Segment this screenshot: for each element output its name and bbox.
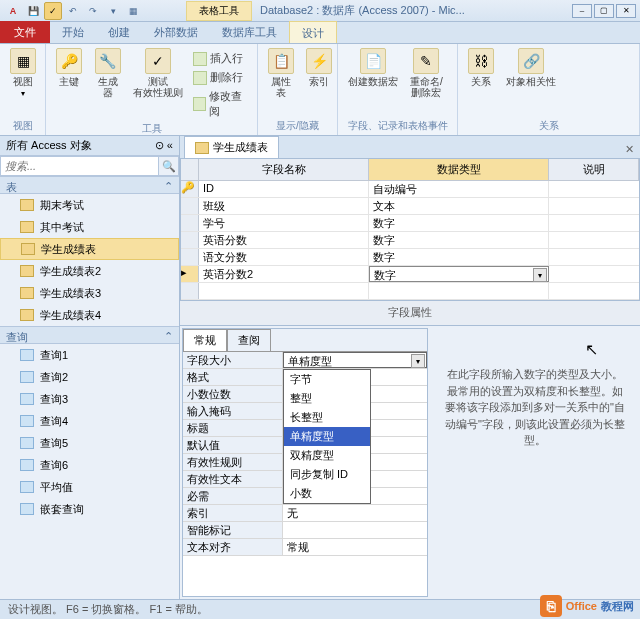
dropdown-option[interactable]: 整型 <box>284 389 370 408</box>
data-type-cell[interactable]: 数字 <box>369 249 549 265</box>
ribbon-tab[interactable]: 数据库工具 <box>210 21 289 43</box>
nav-item[interactable]: 嵌套查询 <box>0 498 179 520</box>
redo-icon[interactable]: ↷ <box>84 2 102 20</box>
nav-item[interactable]: 学生成绩表3 <box>0 282 179 304</box>
create-macro-button[interactable]: 📄 创建数据宏 <box>344 46 402 89</box>
property-row[interactable]: 索引无 <box>183 505 427 522</box>
dropdown-option[interactable]: 字节 <box>284 370 370 389</box>
app-icon[interactable]: A <box>4 2 22 20</box>
grid-row[interactable]: 班级文本 <box>181 198 639 215</box>
primary-key-button[interactable]: 🔑 主键 <box>52 46 86 89</box>
tab-general[interactable]: 常规 <box>183 329 227 351</box>
nav-item[interactable]: 查询2 <box>0 366 179 388</box>
nav-header[interactable]: 所有 Access 对象 ⊙ « <box>0 136 179 156</box>
data-type-cell[interactable]: 文本 <box>369 198 549 214</box>
search-icon[interactable]: 🔍 <box>158 157 178 175</box>
file-tab[interactable]: 文件 <box>0 21 50 43</box>
field-name-cell[interactable]: 英语分数2 <box>199 266 369 282</box>
nav-group-header[interactable]: 查询⌃ <box>0 326 179 344</box>
property-value[interactable] <box>283 522 427 538</box>
description-cell[interactable] <box>549 249 639 265</box>
ribbon-tab[interactable]: 创建 <box>96 21 142 43</box>
row-selector[interactable] <box>181 232 199 248</box>
tab-lookup[interactable]: 查阅 <box>227 329 271 351</box>
indexes-button[interactable]: ⚡ 索引 <box>302 46 336 89</box>
data-type-cell[interactable]: 自动编号 <box>369 181 549 197</box>
row-selector[interactable] <box>181 198 199 214</box>
property-sheet-button[interactable]: 📋 属性表 <box>264 46 298 100</box>
data-type-cell[interactable]: 数字 <box>369 215 549 231</box>
empty-row[interactable] <box>181 283 639 300</box>
row-selector[interactable]: 🔑 <box>181 181 199 197</box>
close-tab-button[interactable]: ✕ <box>619 141 640 158</box>
rename-macro-button[interactable]: ✎ 重命名/ 删除宏 <box>406 46 447 100</box>
field-name-cell[interactable]: 语文分数 <box>199 249 369 265</box>
search-input[interactable] <box>1 157 158 175</box>
nav-item[interactable]: 查询4 <box>0 410 179 432</box>
nav-item[interactable]: 查询3 <box>0 388 179 410</box>
property-value[interactable]: 单精度型▾ <box>283 352 427 368</box>
field-name-cell[interactable]: 学号 <box>199 215 369 231</box>
nav-group-header[interactable]: 表⌃ <box>0 176 179 194</box>
col-header[interactable]: 说明 <box>549 159 639 180</box>
ribbon-tab-design[interactable]: 设计 <box>289 21 337 43</box>
description-cell[interactable] <box>549 232 639 248</box>
field-size-dropdown[interactable]: 字节整型长整型单精度型双精度型同步复制 ID小数 <box>283 369 371 504</box>
test-rules-button[interactable]: ✓ 测试 有效性规则 <box>129 46 187 100</box>
col-header[interactable]: 数据类型 <box>369 159 549 180</box>
description-cell[interactable] <box>549 266 639 282</box>
dropdown-option[interactable]: 同步复制 ID <box>284 465 370 484</box>
dropdown-option[interactable]: 双精度型 <box>284 446 370 465</box>
dropdown-button[interactable]: ▾ <box>533 268 547 282</box>
field-name-cell[interactable]: 英语分数 <box>199 232 369 248</box>
grid-row[interactable]: 学号数字 <box>181 215 639 232</box>
row-selector[interactable] <box>181 249 199 265</box>
property-row[interactable]: 字段大小单精度型▾ <box>183 352 427 369</box>
row-selector[interactable] <box>181 215 199 231</box>
dropdown-button[interactable]: ▾ <box>411 354 425 368</box>
description-cell[interactable] <box>549 215 639 231</box>
nav-item[interactable]: 查询5 <box>0 432 179 454</box>
document-tab[interactable]: 学生成绩表 <box>184 136 279 158</box>
qat-button[interactable]: ▾ <box>104 2 122 20</box>
property-value[interactable]: 常规 <box>283 539 427 555</box>
close-button[interactable]: ✕ <box>616 4 636 18</box>
data-type-cell[interactable]: 数字 <box>369 232 549 248</box>
nav-item[interactable]: 期末考试 <box>0 194 179 216</box>
dropdown-option[interactable]: 小数 <box>284 484 370 503</box>
property-row[interactable]: 智能标记 <box>183 522 427 539</box>
property-value[interactable]: 无 <box>283 505 427 521</box>
grid-row[interactable]: 语文分数数字 <box>181 249 639 266</box>
grid-row[interactable]: ▸英语分数2数字▾ <box>181 266 639 283</box>
row-selector[interactable]: ▸ <box>181 266 199 282</box>
grid-row[interactable]: 英语分数数字 <box>181 232 639 249</box>
col-header[interactable]: 字段名称 <box>199 159 369 180</box>
relationships-button[interactable]: ⛓ 关系 <box>464 46 498 89</box>
save-icon[interactable]: 💾 <box>24 2 42 20</box>
minimize-button[interactable]: – <box>572 4 592 18</box>
modify-lookup-button[interactable]: 修改查阅 <box>191 88 251 120</box>
ribbon-tab[interactable]: 开始 <box>50 21 96 43</box>
grid-row[interactable]: 🔑ID自动编号 <box>181 181 639 198</box>
nav-item[interactable]: 学生成绩表4 <box>0 304 179 326</box>
dropdown-option[interactable]: 长整型 <box>284 408 370 427</box>
field-name-cell[interactable]: ID <box>199 181 369 197</box>
nav-item[interactable]: 查询1 <box>0 344 179 366</box>
undo-icon[interactable]: ↶ <box>64 2 82 20</box>
nav-item[interactable]: 平均值 <box>0 476 179 498</box>
builder-button[interactable]: 🔧 生成器 <box>90 46 125 100</box>
view-button[interactable]: ▦ 视图 ▾ <box>6 46 40 100</box>
ribbon-tab[interactable]: 外部数据 <box>142 21 210 43</box>
chevron-down-icon[interactable]: ⊙ « <box>155 139 173 152</box>
nav-item[interactable]: 学生成绩表2 <box>0 260 179 282</box>
maximize-button[interactable]: ▢ <box>594 4 614 18</box>
description-cell[interactable] <box>549 181 639 197</box>
qat-button[interactable]: ✓ <box>44 2 62 20</box>
dependencies-button[interactable]: 🔗 对象相关性 <box>502 46 560 89</box>
data-type-cell[interactable]: 数字▾ <box>369 266 549 282</box>
delete-row-button[interactable]: 删除行 <box>191 69 251 86</box>
dropdown-option[interactable]: 单精度型 <box>284 427 370 446</box>
nav-item[interactable]: 学生成绩表 <box>0 238 179 260</box>
property-row[interactable]: 文本对齐常规 <box>183 539 427 556</box>
nav-item[interactable]: 查询6 <box>0 454 179 476</box>
